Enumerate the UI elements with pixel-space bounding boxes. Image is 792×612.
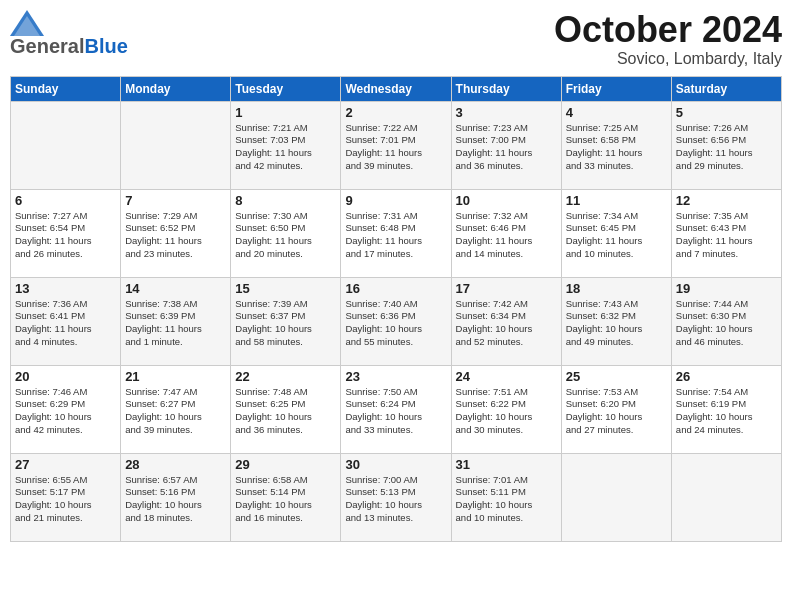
weekday-header-row: SundayMondayTuesdayWednesdayThursdayFrid…	[11, 76, 782, 101]
calendar-cell: 10Sunrise: 7:32 AM Sunset: 6:46 PM Dayli…	[451, 189, 561, 277]
calendar-cell: 5Sunrise: 7:26 AM Sunset: 6:56 PM Daylig…	[671, 101, 781, 189]
cell-info: Sunrise: 7:23 AM Sunset: 7:00 PM Dayligh…	[456, 122, 557, 173]
cell-info: Sunrise: 7:53 AM Sunset: 6:20 PM Dayligh…	[566, 386, 667, 437]
logo-icon	[10, 10, 44, 36]
cell-info: Sunrise: 7:21 AM Sunset: 7:03 PM Dayligh…	[235, 122, 336, 173]
cell-info: Sunrise: 7:40 AM Sunset: 6:36 PM Dayligh…	[345, 298, 446, 349]
cell-info: Sunrise: 7:30 AM Sunset: 6:50 PM Dayligh…	[235, 210, 336, 261]
day-number: 14	[125, 281, 226, 296]
calendar-cell	[121, 101, 231, 189]
cell-info: Sunrise: 6:58 AM Sunset: 5:14 PM Dayligh…	[235, 474, 336, 525]
cell-info: Sunrise: 7:46 AM Sunset: 6:29 PM Dayligh…	[15, 386, 116, 437]
day-number: 19	[676, 281, 777, 296]
calendar-cell: 25Sunrise: 7:53 AM Sunset: 6:20 PM Dayli…	[561, 365, 671, 453]
calendar-cell: 29Sunrise: 6:58 AM Sunset: 5:14 PM Dayli…	[231, 453, 341, 541]
calendar-cell: 3Sunrise: 7:23 AM Sunset: 7:00 PM Daylig…	[451, 101, 561, 189]
cell-info: Sunrise: 7:38 AM Sunset: 6:39 PM Dayligh…	[125, 298, 226, 349]
calendar-week-row: 20Sunrise: 7:46 AM Sunset: 6:29 PM Dayli…	[11, 365, 782, 453]
day-number: 1	[235, 105, 336, 120]
day-number: 5	[676, 105, 777, 120]
cell-info: Sunrise: 7:22 AM Sunset: 7:01 PM Dayligh…	[345, 122, 446, 173]
day-number: 9	[345, 193, 446, 208]
calendar-cell: 2Sunrise: 7:22 AM Sunset: 7:01 PM Daylig…	[341, 101, 451, 189]
weekday-header: Wednesday	[341, 76, 451, 101]
cell-info: Sunrise: 7:25 AM Sunset: 6:58 PM Dayligh…	[566, 122, 667, 173]
weekday-header: Friday	[561, 76, 671, 101]
cell-info: Sunrise: 7:48 AM Sunset: 6:25 PM Dayligh…	[235, 386, 336, 437]
calendar-cell: 23Sunrise: 7:50 AM Sunset: 6:24 PM Dayli…	[341, 365, 451, 453]
cell-info: Sunrise: 7:54 AM Sunset: 6:19 PM Dayligh…	[676, 386, 777, 437]
cell-info: Sunrise: 6:55 AM Sunset: 5:17 PM Dayligh…	[15, 474, 116, 525]
weekday-header: Saturday	[671, 76, 781, 101]
calendar-week-row: 27Sunrise: 6:55 AM Sunset: 5:17 PM Dayli…	[11, 453, 782, 541]
calendar-cell: 20Sunrise: 7:46 AM Sunset: 6:29 PM Dayli…	[11, 365, 121, 453]
day-number: 8	[235, 193, 336, 208]
cell-info: Sunrise: 7:36 AM Sunset: 6:41 PM Dayligh…	[15, 298, 116, 349]
weekday-header: Monday	[121, 76, 231, 101]
day-number: 15	[235, 281, 336, 296]
day-number: 10	[456, 193, 557, 208]
day-number: 13	[15, 281, 116, 296]
page-header: GeneralBlue October 2024 Sovico, Lombard…	[10, 10, 782, 68]
weekday-header: Sunday	[11, 76, 121, 101]
calendar-cell: 8Sunrise: 7:30 AM Sunset: 6:50 PM Daylig…	[231, 189, 341, 277]
day-number: 17	[456, 281, 557, 296]
calendar-week-row: 6Sunrise: 7:27 AM Sunset: 6:54 PM Daylig…	[11, 189, 782, 277]
day-number: 21	[125, 369, 226, 384]
day-number: 30	[345, 457, 446, 472]
calendar-week-row: 13Sunrise: 7:36 AM Sunset: 6:41 PM Dayli…	[11, 277, 782, 365]
cell-info: Sunrise: 7:43 AM Sunset: 6:32 PM Dayligh…	[566, 298, 667, 349]
weekday-header: Tuesday	[231, 76, 341, 101]
day-number: 4	[566, 105, 667, 120]
cell-info: Sunrise: 7:34 AM Sunset: 6:45 PM Dayligh…	[566, 210, 667, 261]
calendar-cell: 30Sunrise: 7:00 AM Sunset: 5:13 PM Dayli…	[341, 453, 451, 541]
calendar-cell	[561, 453, 671, 541]
day-number: 16	[345, 281, 446, 296]
day-number: 3	[456, 105, 557, 120]
cell-info: Sunrise: 6:57 AM Sunset: 5:16 PM Dayligh…	[125, 474, 226, 525]
calendar-cell: 26Sunrise: 7:54 AM Sunset: 6:19 PM Dayli…	[671, 365, 781, 453]
calendar-cell: 28Sunrise: 6:57 AM Sunset: 5:16 PM Dayli…	[121, 453, 231, 541]
cell-info: Sunrise: 7:47 AM Sunset: 6:27 PM Dayligh…	[125, 386, 226, 437]
calendar-cell: 12Sunrise: 7:35 AM Sunset: 6:43 PM Dayli…	[671, 189, 781, 277]
calendar-cell: 4Sunrise: 7:25 AM Sunset: 6:58 PM Daylig…	[561, 101, 671, 189]
day-number: 18	[566, 281, 667, 296]
cell-info: Sunrise: 7:00 AM Sunset: 5:13 PM Dayligh…	[345, 474, 446, 525]
calendar-cell: 11Sunrise: 7:34 AM Sunset: 6:45 PM Dayli…	[561, 189, 671, 277]
calendar-cell: 9Sunrise: 7:31 AM Sunset: 6:48 PM Daylig…	[341, 189, 451, 277]
day-number: 23	[345, 369, 446, 384]
calendar-cell: 15Sunrise: 7:39 AM Sunset: 6:37 PM Dayli…	[231, 277, 341, 365]
day-number: 24	[456, 369, 557, 384]
calendar-cell: 24Sunrise: 7:51 AM Sunset: 6:22 PM Dayli…	[451, 365, 561, 453]
day-number: 27	[15, 457, 116, 472]
cell-info: Sunrise: 7:42 AM Sunset: 6:34 PM Dayligh…	[456, 298, 557, 349]
day-number: 28	[125, 457, 226, 472]
logo-general: General	[10, 35, 84, 57]
calendar-cell: 27Sunrise: 6:55 AM Sunset: 5:17 PM Dayli…	[11, 453, 121, 541]
day-number: 6	[15, 193, 116, 208]
calendar-cell	[671, 453, 781, 541]
day-number: 2	[345, 105, 446, 120]
day-number: 22	[235, 369, 336, 384]
month-title: October 2024	[554, 10, 782, 50]
day-number: 25	[566, 369, 667, 384]
cell-info: Sunrise: 7:01 AM Sunset: 5:11 PM Dayligh…	[456, 474, 557, 525]
cell-info: Sunrise: 7:44 AM Sunset: 6:30 PM Dayligh…	[676, 298, 777, 349]
calendar-table: SundayMondayTuesdayWednesdayThursdayFrid…	[10, 76, 782, 542]
calendar-cell: 16Sunrise: 7:40 AM Sunset: 6:36 PM Dayli…	[341, 277, 451, 365]
cell-info: Sunrise: 7:32 AM Sunset: 6:46 PM Dayligh…	[456, 210, 557, 261]
day-number: 29	[235, 457, 336, 472]
calendar-week-row: 1Sunrise: 7:21 AM Sunset: 7:03 PM Daylig…	[11, 101, 782, 189]
cell-info: Sunrise: 7:26 AM Sunset: 6:56 PM Dayligh…	[676, 122, 777, 173]
calendar-cell: 31Sunrise: 7:01 AM Sunset: 5:11 PM Dayli…	[451, 453, 561, 541]
title-block: October 2024 Sovico, Lombardy, Italy	[554, 10, 782, 68]
day-number: 31	[456, 457, 557, 472]
logo-blue: Blue	[84, 35, 127, 57]
cell-info: Sunrise: 7:27 AM Sunset: 6:54 PM Dayligh…	[15, 210, 116, 261]
calendar-cell: 14Sunrise: 7:38 AM Sunset: 6:39 PM Dayli…	[121, 277, 231, 365]
calendar-cell: 22Sunrise: 7:48 AM Sunset: 6:25 PM Dayli…	[231, 365, 341, 453]
cell-info: Sunrise: 7:39 AM Sunset: 6:37 PM Dayligh…	[235, 298, 336, 349]
calendar-cell: 13Sunrise: 7:36 AM Sunset: 6:41 PM Dayli…	[11, 277, 121, 365]
logo: GeneralBlue	[10, 10, 128, 56]
day-number: 12	[676, 193, 777, 208]
